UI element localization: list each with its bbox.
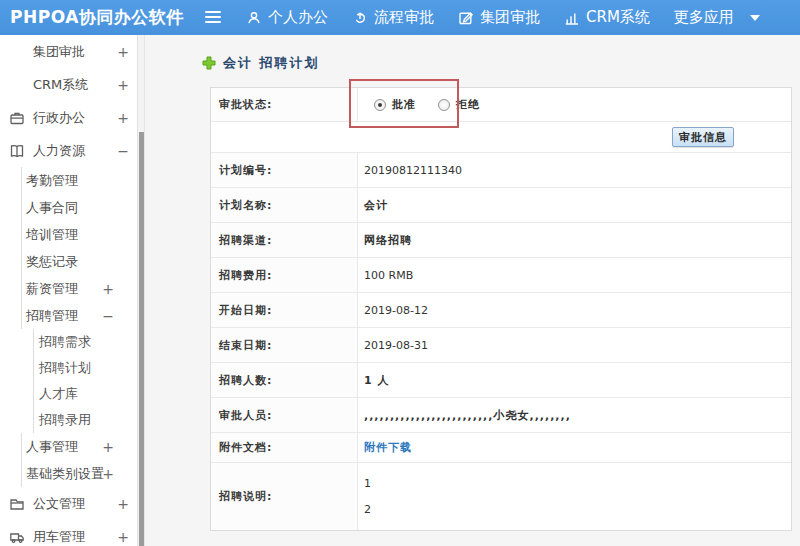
sidebar-item-label: 基础类别设置 (26, 465, 104, 483)
description-line: 1 (364, 471, 371, 497)
field-row-fee: 招聘费用:100 RMB (211, 258, 791, 293)
collapse-icon[interactable]: − (117, 143, 129, 159)
sidebar-item-基础类别设置[interactable]: 基础类别设置+ (21, 460, 144, 487)
radio-reject-icon[interactable] (438, 99, 450, 111)
sidebar-item-培训管理[interactable]: 培训管理 (21, 221, 144, 248)
sidebar-item-集团审批[interactable]: 集团审批+ (0, 35, 144, 68)
sidebar-item-公文管理[interactable]: 公文管理+ (0, 487, 144, 520)
top-nav: 个人办公流程审批集团审批CRM系统更多应用 (246, 0, 784, 35)
main-content: 会计 招聘计划 审批状态: 批准 拒绝 审批信息 (145, 35, 800, 546)
approval-info-button[interactable]: 审批信息 (672, 127, 734, 147)
sidebar-item-label: 招聘录用 (39, 411, 91, 429)
sidebar-item-CRM系统[interactable]: CRM系统+ (0, 68, 144, 101)
nav-item-2[interactable]: 流程审批 (352, 8, 434, 27)
sidebar-item-人才库[interactable]: 人才库 (33, 381, 144, 407)
sidebar-item-奖惩记录[interactable]: 奖惩记录 (21, 248, 144, 275)
field-row-end-date: 结束日期:2019-08-31 (211, 328, 791, 363)
hamburger-menu-icon[interactable] (205, 10, 221, 24)
field-label: 招聘渠道: (211, 223, 358, 257)
field-row-approvers: 审批人员:,,,,,,,,,,,,,,,,,,,,,,,,,小尧女,,,,,,,… (211, 398, 791, 433)
sidebar-item-label: 行政办公 (33, 109, 85, 127)
sidebar-item-label: 人事合同 (26, 199, 78, 217)
sidebar-item-label: CRM系统 (33, 76, 88, 94)
field-label: 招聘人数: (211, 363, 358, 397)
expand-icon[interactable]: + (117, 110, 129, 126)
sidebar-item-招聘需求[interactable]: 招聘需求 (33, 329, 144, 355)
approval-button-row: 审批信息 (211, 122, 791, 153)
approval-status-row: 审批状态: 批准 拒绝 (211, 88, 791, 122)
field-label: 开始日期: (211, 293, 358, 327)
sidebar-item-label: 招聘计划 (39, 359, 91, 377)
sidebar-item-label: 考勤管理 (26, 172, 78, 190)
sidebar-item-label: 人才库 (39, 385, 78, 403)
sidebar-menu: 集团审批+CRM系统+行政办公+人力资源−考勤管理人事合同培训管理奖惩记录薪资管… (0, 35, 144, 546)
sidebar-item-label: 薪资管理 (26, 280, 78, 298)
sidebar-item-label: 人力资源 (33, 142, 85, 160)
field-row-start-date: 开始日期:2019-08-12 (211, 293, 791, 328)
caret-down-icon[interactable] (750, 15, 760, 21)
nav-item-label: 个人办公 (268, 8, 328, 27)
radio-reject[interactable]: 拒绝 (438, 97, 480, 112)
book-icon (9, 143, 25, 159)
expand-icon[interactable]: + (117, 44, 129, 60)
nav-item-1[interactable]: 个人办公 (246, 8, 328, 27)
sidebar-item-招聘管理[interactable]: 招聘管理− (21, 302, 144, 329)
field-value: ,,,,,,,,,,,,,,,,,,,,,,,,,小尧女,,,,,,,, (358, 398, 791, 432)
field-label: 审批状态: (211, 88, 358, 121)
field-row-channel: 招聘渠道:网络招聘 (211, 223, 791, 258)
sidebar-item-label: 人事管理 (26, 438, 78, 456)
sidebar-item-薪资管理[interactable]: 薪资管理+ (21, 275, 144, 302)
nav-item-label: 流程审批 (374, 8, 434, 27)
field-value: 2019-08-12 (358, 293, 791, 327)
field-value: 12 (358, 463, 791, 530)
edit-icon (9, 44, 25, 60)
app-logo: PHPOA协同办公软件 (10, 0, 184, 35)
attachment-download-link[interactable]: 附件下载 (364, 440, 412, 455)
field-value: 20190812111340 (358, 153, 791, 187)
plus-icon (202, 56, 216, 70)
nav-item-3[interactable]: 集团审批 (458, 8, 540, 27)
collapse-icon[interactable]: − (102, 308, 114, 324)
sidebar-item-label: 招聘需求 (39, 333, 91, 351)
sidebar-item-招聘录用[interactable]: 招聘录用 (33, 407, 144, 433)
sidebar-item-label: 招聘管理 (26, 307, 78, 325)
field-value: 2019-08-31 (358, 328, 791, 362)
sidebar-item-人事管理[interactable]: 人事管理+ (21, 433, 144, 460)
sidebar-item-人事合同[interactable]: 人事合同 (21, 194, 144, 221)
sidebar-item-label: 用车管理 (33, 528, 85, 546)
sidebar-item-考勤管理[interactable]: 考勤管理 (21, 167, 144, 194)
field-value: 附件下载 (358, 433, 791, 462)
sidebar-item-label: 公文管理 (33, 495, 85, 513)
radio-approve[interactable]: 批准 (374, 97, 416, 112)
nav-item-4[interactable]: CRM系统 (564, 8, 650, 27)
field-row-headcount: 招聘人数:1 人 (211, 363, 791, 398)
expand-icon[interactable]: + (102, 439, 114, 455)
expand-icon[interactable]: + (117, 496, 129, 512)
field-label: 审批人员: (211, 398, 358, 432)
scrollbar-thumb[interactable] (139, 132, 144, 546)
field-row-attachment: 附件文档:附件下载 (211, 433, 791, 463)
expand-icon[interactable]: + (102, 281, 114, 297)
car-icon (9, 529, 25, 545)
radio-approve-icon[interactable] (374, 99, 386, 111)
sidebar-item-人力资源[interactable]: 人力资源− (0, 134, 144, 167)
nav-item-label: 更多应用 (674, 8, 734, 27)
field-value: 会计 (358, 188, 791, 222)
expand-icon[interactable]: + (117, 77, 129, 93)
field-value: 100 RMB (358, 258, 791, 292)
expand-icon[interactable]: + (102, 466, 114, 482)
sidebar-item-行政办公[interactable]: 行政办公+ (0, 101, 144, 134)
field-label: 计划编号: (211, 153, 358, 187)
field-row-plan-name: 计划名称:会计 (211, 188, 791, 223)
nav-item-5[interactable]: 更多应用 (674, 8, 760, 27)
field-label: 计划名称: (211, 188, 358, 222)
sidebar-scrollbar[interactable] (137, 35, 144, 546)
sidebar-item-label: 集团审批 (33, 43, 85, 61)
field-row-description: 招聘说明:12 (211, 463, 791, 530)
field-label: 招聘费用: (211, 258, 358, 292)
expand-icon[interactable]: + (117, 529, 129, 545)
sidebar-item-用车管理[interactable]: 用车管理+ (0, 520, 144, 546)
sidebar-item-label: 培训管理 (26, 226, 78, 244)
sidebar-item-招聘计划[interactable]: 招聘计划 (33, 355, 144, 381)
field-label: 结束日期: (211, 328, 358, 362)
